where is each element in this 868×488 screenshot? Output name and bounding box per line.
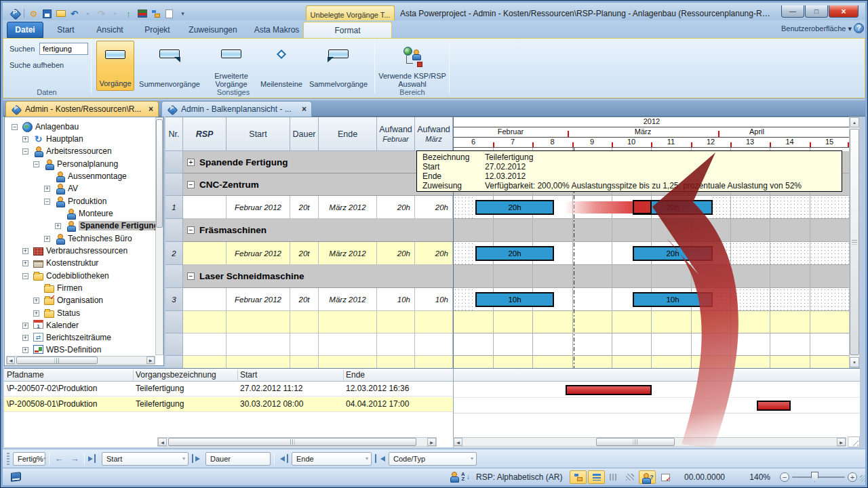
- tree-item-aussenmontage[interactable]: Aussenmontage: [5, 170, 164, 182]
- code-typ-combo[interactable]: Code/Typ▾: [389, 452, 477, 466]
- collapse-icon[interactable]: −: [187, 272, 195, 280]
- view-histogram-toggle[interactable]: [606, 470, 621, 484]
- path-row[interactable]: \P-200508-01\Produktion Teilefertigung 3…: [4, 397, 453, 412]
- save-icon[interactable]: [41, 8, 53, 20]
- gantt-bar-cnc-feb[interactable]: 20h: [475, 200, 554, 215]
- align-end-icon[interactable]: [278, 454, 288, 463]
- customize-qat-icon[interactable]: ▾: [177, 8, 189, 20]
- path-table-header[interactable]: Pfadname Vorgangsbezeichnung Start Ende: [4, 369, 453, 382]
- undo-icon[interactable]: ↶: [68, 8, 80, 20]
- close-button[interactable]: ×: [829, 5, 859, 18]
- tree-item-status[interactable]: Status: [5, 307, 164, 319]
- close-tab-icon[interactable]: ×: [302, 104, 307, 114]
- tab-ansicht[interactable]: Ansicht: [85, 22, 134, 38]
- summenvorgaenge-button[interactable]: Summenvorgänge: [136, 41, 203, 91]
- collapse-icon[interactable]: −: [187, 181, 195, 188]
- view-curve-toggle[interactable]: [623, 470, 637, 484]
- tree-item-berichtszeitraeume[interactable]: Berichtszeiträume: [5, 331, 164, 344]
- tab-format[interactable]: Format: [303, 22, 392, 38]
- pane-resize-corner[interactable]: [848, 436, 860, 447]
- tree-item-produktion[interactable]: Produktion: [5, 195, 164, 207]
- zoom-slider-thumb[interactable]: [811, 472, 818, 482]
- path-bar-teilefertigung-2[interactable]: [757, 401, 791, 411]
- vorgaenge-button[interactable]: Vorgänge: [96, 41, 134, 91]
- tree-item-anlagenbau[interactable]: Anlagenbau: [5, 121, 164, 133]
- tree-item-verbrauchsressourcen[interactable]: Verbrauchsressourcen: [5, 245, 164, 257]
- toolbar-grip[interactable]: [7, 453, 9, 465]
- tree-item-wbs-definition[interactable]: WBS-Definition: [5, 344, 164, 356]
- view-bars-toggle[interactable]: [588, 470, 605, 484]
- close-tab-icon[interactable]: ×: [149, 104, 153, 114]
- resize-grip[interactable]: [860, 475, 867, 482]
- tree-item-hauptplan[interactable]: ↻Hauptplan: [5, 133, 164, 145]
- meilensteine-button[interactable]: Meilensteine: [259, 41, 304, 91]
- zoom-in-button[interactable]: +: [848, 472, 857, 482]
- col-header-ende[interactable]: Ende: [319, 117, 377, 151]
- tree-item-av[interactable]: AV: [5, 182, 164, 195]
- organizer-icon[interactable]: [150, 8, 161, 20]
- tree-item-firmen[interactable]: Firmen: [5, 282, 164, 294]
- gantt-bar-laser-feb[interactable]: 10h: [475, 292, 554, 307]
- tree-vertical-scrollbar[interactable]: [155, 117, 163, 355]
- col-header-aufwand-februar[interactable]: AufwandFebruar: [377, 117, 415, 151]
- extend-end-icon[interactable]: [375, 454, 385, 463]
- timeline-month-row[interactable]: Februar März April: [454, 127, 849, 138]
- expand-icon[interactable]: +: [187, 159, 195, 166]
- open-folder-icon[interactable]: [55, 8, 66, 20]
- gantt-bar-fraes-feb[interactable]: 20h: [475, 246, 554, 261]
- calendar-check-button[interactable]: [657, 470, 673, 484]
- group-row[interactable]: +Spanende Fertigung: [165, 151, 453, 174]
- timeline-year-row[interactable]: 2012: [454, 117, 849, 127]
- tree-item-kalender[interactable]: Kalender: [5, 319, 164, 331]
- gantt-bar-laser-maerz[interactable]: 10h: [633, 292, 713, 307]
- table-horizontal-scrollbar[interactable]: ◀ ▶: [157, 437, 437, 447]
- extend-start-icon[interactable]: [192, 454, 202, 463]
- empty-row[interactable]: [165, 311, 453, 333]
- tree-item-kostenstruktur[interactable]: Kostenstruktur: [5, 257, 164, 269]
- align-start-icon[interactable]: [88, 454, 98, 463]
- erweiterte-vorgaenge-button[interactable]: Erweiterte Vorgänge: [205, 41, 258, 91]
- undo-dropdown-icon[interactable]: ▾: [82, 8, 94, 20]
- minimize-button[interactable]: —: [781, 5, 804, 18]
- zoom-out-button[interactable]: −: [780, 472, 789, 482]
- start-combo[interactable]: Start▾: [102, 452, 189, 466]
- path-bar-teilefertigung-1[interactable]: [566, 385, 652, 395]
- gantt-bar-fraes-maerz[interactable]: 20h: [633, 246, 713, 261]
- task-row[interactable]: 1 Februar 2012 20t März 2012 20h 20h: [165, 196, 453, 219]
- col-header-dauer[interactable]: Dauer: [290, 117, 319, 151]
- zoom-slider-track[interactable]: [792, 476, 845, 478]
- doc-tab-kosten-ressourcen[interactable]: Admin - Kosten/Ressourcen\R... ×: [5, 101, 159, 117]
- maximize-button[interactable]: □: [805, 5, 828, 18]
- tree-item-monteure[interactable]: Monteure: [5, 207, 164, 220]
- col-header-rsp[interactable]: RSP: [183, 117, 226, 151]
- tab-datei[interactable]: Datei: [7, 22, 43, 38]
- empty-row[interactable]: [165, 333, 453, 356]
- group-row[interactable]: −Laser Schneidmaschine: [165, 265, 453, 288]
- gantt-vertical-scrollbar[interactable]: ▲ ▼: [849, 117, 860, 368]
- help-icon[interactable]: ?: [854, 23, 864, 33]
- path-row[interactable]: \P-200507-02\Produktion Teilefertigung 2…: [4, 382, 453, 396]
- task-row[interactable]: 3 Februar 2012 20t März 2012 10h 10h: [165, 288, 453, 311]
- document-icon[interactable]: [163, 8, 175, 20]
- sammelvorgaenge-button[interactable]: Sammelvorgänge: [305, 41, 372, 91]
- library-icon[interactable]: [136, 8, 148, 20]
- tab-zuweisungen[interactable]: Zuweisungen: [180, 22, 245, 38]
- group-row[interactable]: −Fräsmaschinen: [165, 219, 453, 242]
- tree-item-personalplanung[interactable]: Personalplanung: [5, 158, 164, 170]
- col-header-start[interactable]: Start: [226, 117, 290, 151]
- verwende-ksp-rsp-button[interactable]: Verwende KSP/RSP Auswahl: [377, 41, 448, 91]
- timeline-week-row[interactable]: 6 7 8 9 10 11 12 13 14 15: [454, 138, 849, 148]
- gantt-horizontal-scrollbar[interactable]: ◀ ▶: [453, 437, 846, 447]
- app-logo-icon[interactable]: [9, 8, 20, 19]
- next-arrow-button[interactable]: →: [68, 453, 81, 465]
- col-header-nr[interactable]: Nr.: [165, 117, 183, 151]
- group-row[interactable]: −CNC-Zentrum: [165, 174, 453, 196]
- tree-item-organisation[interactable]: Organisation: [5, 294, 164, 306]
- benutzeroberflaeche-menu[interactable]: Benutzeroberfläche ▾: [781, 24, 852, 33]
- empty-row[interactable]: [165, 356, 453, 368]
- tab-start[interactable]: Start: [46, 22, 85, 38]
- tree-item-technisches-buero[interactable]: Technisches Büro: [5, 232, 164, 245]
- tab-asta-makros[interactable]: Asta Makros: [245, 22, 308, 38]
- tree-item-spanende-fertigung[interactable]: Spanende Fertigung: [5, 220, 164, 232]
- search-input[interactable]: [39, 43, 88, 55]
